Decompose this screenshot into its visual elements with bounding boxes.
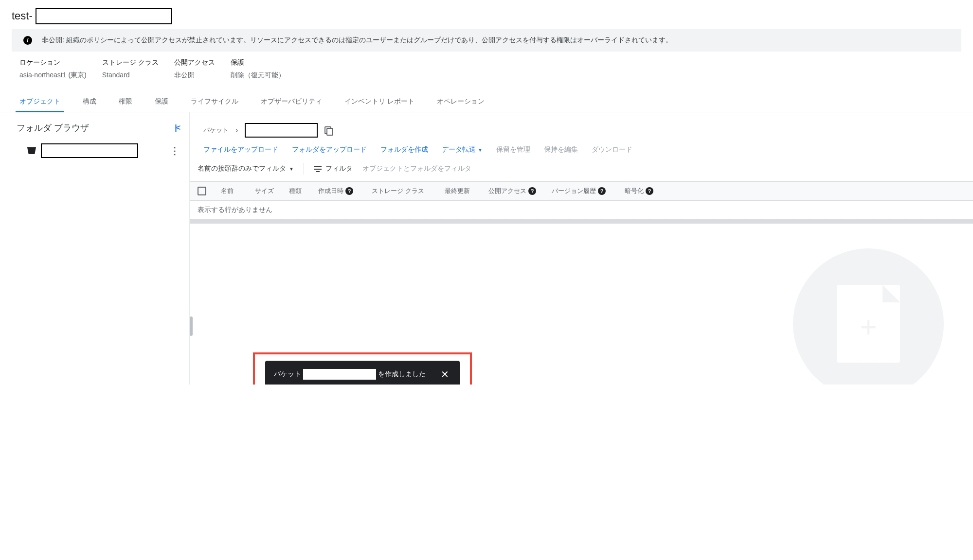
- tab-lifecycle[interactable]: ライフサイクル: [189, 91, 240, 112]
- page-title-prefix: test-: [12, 10, 33, 22]
- filter-icon: [314, 165, 322, 172]
- meta-public-access: 公開アクセス 非公開: [174, 58, 215, 80]
- tab-observability[interactable]: オブザーバビリティ: [259, 91, 324, 112]
- data-transfer-button[interactable]: データ転送 ▼: [442, 145, 483, 154]
- help-icon[interactable]: ?: [528, 187, 536, 195]
- toast-text-prefix: バケット: [274, 370, 301, 379]
- add-file-icon: [837, 285, 900, 363]
- toast-text-suffix: を作成しました: [378, 370, 426, 379]
- meta-storage-class: ストレージ クラス Standard: [102, 58, 159, 80]
- col-storage-class[interactable]: ストレージ クラス: [372, 187, 445, 195]
- bucket-name-redacted: [36, 8, 172, 24]
- divider: [304, 163, 304, 175]
- tab-operations[interactable]: オペレーション: [435, 91, 486, 112]
- breadcrumb: バケット ›: [190, 123, 973, 145]
- main-content: バケット › ファイルをアップロード フォルダをアップロード フォルダを作成 デ…: [190, 112, 973, 385]
- folder-browser-sidebar: フォルダ ブラウザ |< ⋮: [0, 112, 190, 385]
- tab-permissions[interactable]: 権限: [117, 91, 134, 112]
- chevron-down-icon: ▼: [289, 166, 294, 172]
- info-banner: i 非公開: 組織のポリシーによって公開アクセスが禁止されています。リソースにア…: [12, 29, 961, 52]
- bucket-icon: [27, 147, 36, 154]
- tab-config[interactable]: 構成: [81, 91, 98, 112]
- help-icon[interactable]: ?: [345, 187, 353, 195]
- select-all-checkbox[interactable]: [198, 187, 206, 195]
- folder-browser-title: フォルダ ブラウザ: [17, 122, 89, 134]
- meta-protection: 保護 削除（復元可能）: [231, 58, 285, 80]
- help-icon[interactable]: ?: [598, 187, 606, 195]
- toast-highlight-frame: バケット を作成しました ✕: [253, 352, 472, 385]
- col-size[interactable]: サイズ: [255, 187, 289, 195]
- col-created[interactable]: 作成日時 ?: [318, 187, 372, 195]
- manage-holds-button: 保留を管理: [496, 145, 530, 154]
- chevron-right-icon: ›: [235, 126, 238, 135]
- filter-row: 名前の接頭辞のみでフィルタ ▼ フィルタ オブジェクトとフォルダをフィルタ: [190, 163, 973, 181]
- help-icon[interactable]: ?: [646, 187, 653, 195]
- tabs: オブジェクト 構成 権限 保護 ライフサイクル オブザーバビリティ インベントリ…: [0, 91, 973, 112]
- tab-objects[interactable]: オブジェクト: [18, 91, 62, 112]
- breadcrumb-root[interactable]: バケット: [203, 126, 229, 135]
- more-options-icon[interactable]: ⋮: [170, 146, 180, 156]
- close-icon[interactable]: ✕: [439, 368, 451, 380]
- scrollbar-handle[interactable]: [190, 316, 193, 336]
- empty-state-illustration: [793, 248, 944, 385]
- toast-bucket-name-redacted: [303, 369, 376, 380]
- create-folder-button[interactable]: フォルダを作成: [380, 145, 428, 154]
- page-title-row: test-: [0, 0, 973, 29]
- folder-name-redacted: [41, 143, 138, 158]
- folder-row[interactable]: ⋮: [0, 141, 189, 160]
- toast-notification: バケット を作成しました ✕: [265, 361, 460, 385]
- tab-inventory[interactable]: インベントリ レポート: [342, 91, 416, 112]
- download-button: ダウンロード: [592, 145, 632, 154]
- tab-protection[interactable]: 保護: [153, 91, 170, 112]
- object-table: 名前 サイズ 種類 作成日時 ? ストレージ クラス 最終更新 公開アクセス ?…: [190, 181, 973, 224]
- meta-location: ロケーション asia-northeast1 (東京): [19, 58, 87, 80]
- upload-folder-button[interactable]: フォルダをアップロード: [292, 145, 367, 154]
- collapse-sidebar-icon[interactable]: |<: [175, 123, 180, 132]
- filter-input[interactable]: オブジェクトとフォルダをフィルタ: [362, 164, 471, 173]
- info-icon: i: [23, 36, 32, 45]
- table-header: 名前 サイズ 種類 作成日時 ? ストレージ クラス 最終更新 公開アクセス ?…: [190, 182, 973, 201]
- empty-table-message: 表示する行がありません: [190, 201, 973, 220]
- col-name[interactable]: 名前: [221, 187, 255, 195]
- col-updated[interactable]: 最終更新: [445, 187, 488, 195]
- chevron-down-icon: ▼: [478, 147, 483, 153]
- action-toolbar: ファイルをアップロード フォルダをアップロード フォルダを作成 データ転送 ▼ …: [190, 145, 973, 163]
- col-type[interactable]: 種類: [289, 187, 318, 195]
- info-banner-text: 非公開: 組織のポリシーによって公開アクセスが禁止されています。リソースにアクセ…: [42, 36, 672, 45]
- filter-mode-dropdown[interactable]: 名前の接頭辞のみでフィルタ ▼: [198, 164, 294, 173]
- breadcrumb-current-redacted: [245, 123, 318, 138]
- col-public-access[interactable]: 公開アクセス ?: [488, 187, 552, 195]
- meta-row: ロケーション asia-northeast1 (東京) ストレージ クラス St…: [0, 58, 973, 91]
- col-encryption[interactable]: 暗号化 ?: [625, 187, 668, 195]
- copy-icon[interactable]: [324, 126, 332, 134]
- edit-retention-button: 保持を編集: [544, 145, 578, 154]
- upload-file-button[interactable]: ファイルをアップロード: [203, 145, 278, 154]
- filter-label: フィルタ: [314, 164, 353, 173]
- scrollbar-track: [190, 220, 973, 224]
- col-version-history[interactable]: バージョン履歴 ?: [552, 187, 625, 195]
